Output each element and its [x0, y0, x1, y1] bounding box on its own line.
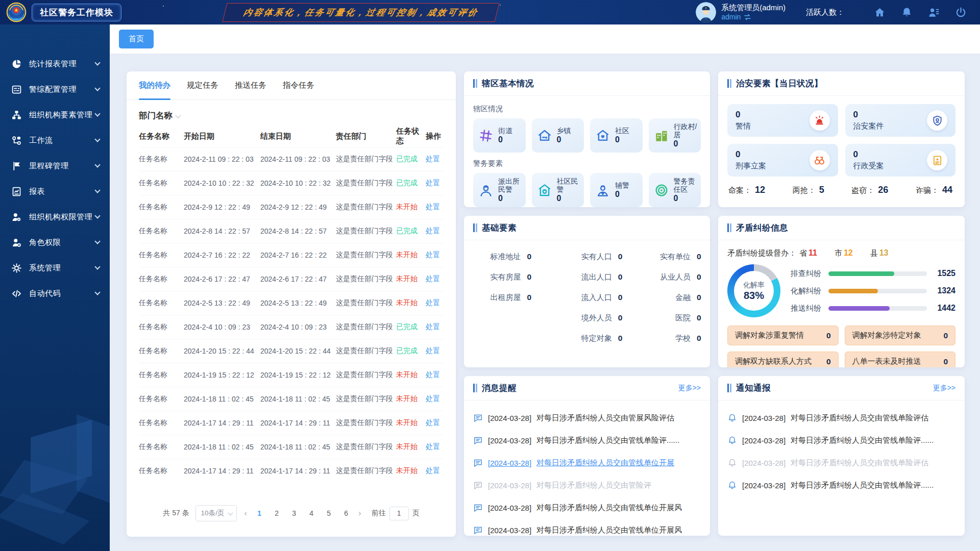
message-item[interactable]: [2024-03-28] 对每日涉矛盾纠纷人员交由管展风险评估: [473, 407, 701, 429]
sidebar-item[interactable]: 自动代码: [0, 281, 110, 306]
sidebar-item[interactable]: 报表: [0, 179, 110, 204]
sidebar-item[interactable]: 角色权限: [0, 230, 110, 255]
stat-value: 0: [618, 252, 624, 261]
page-number[interactable]: 4: [306, 509, 316, 517]
table-row: 任务名称 2024-2-8 14 : 22 : 57 2024-2-8 14 :…: [139, 219, 444, 243]
notice-text: 对每日涉矛盾纠纷人员交由管线单险评估: [791, 413, 928, 423]
task-tab[interactable]: 规定任务: [187, 71, 218, 99]
table-header-row: 任务名称 开始日期 结束日期 责任部门 任务状态 操作: [139, 126, 444, 147]
basic-col-3: 实有单位 0 从业人员 0 金融 0: [631, 246, 710, 348]
user-avatar[interactable]: [696, 2, 716, 22]
tab-home[interactable]: 首页: [119, 30, 154, 48]
power-icon[interactable]: [955, 7, 967, 18]
handle-link[interactable]: 处置: [426, 322, 444, 332]
iso-shape: [77, 414, 110, 509]
status-badge: 已完成: [396, 155, 426, 164]
page-number[interactable]: 6: [341, 509, 351, 517]
sidebar-item[interactable]: 警综配置管理: [0, 77, 110, 102]
handle-link[interactable]: 处置: [426, 418, 444, 428]
prev-page-arrow[interactable]: ‹: [243, 508, 248, 518]
message-item[interactable]: [2024-03-28] 对每日涉矛盾纠纷人员交由管险评: [473, 474, 701, 496]
handle-link[interactable]: 处置: [426, 155, 444, 164]
message-date: [2024-03-28]: [488, 414, 531, 422]
handle-link[interactable]: 处置: [426, 227, 444, 236]
pie-chart-icon: [11, 59, 22, 69]
task-tab[interactable]: 指令任务: [283, 71, 314, 99]
stat-item: 金融 0: [631, 287, 710, 308]
sidebar-item[interactable]: 组织机构权限管理: [0, 204, 110, 230]
message-text: 对每日涉矛盾纠纷人员交由管险评: [536, 481, 651, 490]
comment-icon: [473, 525, 483, 535]
logo-area: 社区警务工作模块: [0, 2, 168, 22]
panel-title: 消息提醒: [482, 383, 517, 394]
page-number[interactable]: 2: [272, 509, 282, 517]
message-item[interactable]: [2024-03-28] 对每日涉矛盾纠纷人员交由管线单位开展: [473, 452, 701, 474]
user-list-icon[interactable]: [928, 7, 940, 18]
handle-link[interactable]: 处置: [426, 203, 444, 212]
notice-item[interactable]: [2024-03-28] 对每日涉矛盾纠纷人员交由管线单险评......: [727, 474, 955, 496]
security-card-label: 警情: [736, 121, 751, 131]
sidebar-item[interactable]: 组织机构要素管理: [0, 102, 110, 128]
next-page-arrow[interactable]: ›: [357, 508, 362, 518]
sidebar-item[interactable]: 里程碑管理: [0, 153, 110, 179]
more-link[interactable]: 更多>>: [933, 384, 955, 393]
page-number[interactable]: 3: [289, 509, 299, 517]
message-item[interactable]: [2024-03-28] 对每日涉矛盾纠纷人员交由管线单险评......: [473, 429, 701, 452]
status-badge: 已完成: [396, 346, 426, 356]
goto-page-input[interactable]: [389, 507, 409, 520]
stat-item: 标准地址 0: [464, 246, 540, 267]
handle-link[interactable]: 处置: [426, 346, 444, 356]
handle-link[interactable]: 处置: [426, 442, 444, 452]
sidebar-item[interactable]: 工作流: [0, 128, 110, 153]
sidebar-item[interactable]: 统计报表管理: [0, 51, 110, 77]
home-icon[interactable]: [874, 7, 886, 18]
bell-outline-icon: [727, 481, 737, 490]
handle-link[interactable]: 处置: [426, 274, 444, 284]
more-link[interactable]: 更多>>: [678, 384, 701, 393]
table-row: 任务名称 2024-1-18 11 : 02 : 45 2024-1-18 11…: [139, 435, 444, 459]
middle-column: 辖区基本情况 辖区情况 街道 0: [464, 71, 710, 551]
message-item[interactable]: [2024-03-28] 对每日涉矛盾纠纷人员交由管线单位开展风: [473, 519, 701, 536]
basic-col-2: 实有人口 0 流出人口 0 流入人口 0: [540, 246, 631, 348]
basic-col-1: 标准地址 0 实有房屋 0 出租房屋 0: [464, 246, 540, 348]
donut-value: 83%: [744, 290, 764, 302]
security-cards: 0 警情 0 治安案件: [727, 102, 955, 177]
org-tree-icon: [11, 110, 22, 120]
page-number[interactable]: 5: [324, 509, 334, 517]
bell-icon[interactable]: [901, 7, 913, 18]
dept-cell: 这是责任部门字段: [336, 466, 396, 475]
switch-account[interactable]: admin: [721, 13, 786, 22]
task-tab[interactable]: 推送任务: [235, 71, 266, 99]
panel-header: 矛盾纠纷信息: [718, 216, 965, 240]
handle-link[interactable]: 处置: [426, 394, 444, 404]
config-panel-icon: [11, 84, 22, 95]
handle-link[interactable]: 处置: [426, 298, 444, 308]
col-header: 任务状态: [396, 127, 426, 146]
alert-box: 调解对象涉特定对象 0: [845, 325, 956, 345]
header-right: 系统管理员(admin) admin 活跃人数：: [696, 2, 980, 22]
donut-center: 化解率 83%: [734, 271, 774, 311]
sidebar-item-label: 组织机构要素管理: [29, 110, 95, 120]
handle-link[interactable]: 处置: [426, 370, 444, 380]
status-badge: 未开始: [396, 466, 426, 475]
handle-link[interactable]: 处置: [426, 251, 444, 260]
stat-tile: 社区民警 0: [532, 173, 584, 207]
notice-item[interactable]: [2024-03-28] 对每日涉矛盾纠纷人员交由管线单险评估: [727, 407, 955, 429]
alert-box: 八单一表未及时推送 0: [845, 352, 956, 367]
notice-item[interactable]: [2024-03-28] 对每日涉矛盾纠纷人员交由管线单险评估: [727, 452, 955, 474]
end-date-cell: 2024-2-8 14 : 22 : 57: [260, 227, 336, 235]
message-item[interactable]: [2024-03-28] 对每日涉矛盾纠纷人员交由管线单位开展风: [473, 496, 701, 519]
end-date-cell: 2024-1-18 11 : 02 : 45: [260, 443, 336, 451]
task-tab[interactable]: 我的待办: [139, 71, 170, 99]
resolution-donut: 化解率 83%: [727, 264, 780, 317]
col-header: 任务名称: [139, 132, 184, 141]
sidebar-item[interactable]: 系统管理: [0, 255, 110, 281]
page-size-select[interactable]: 10条/页: [195, 505, 237, 521]
start-date-cell: 2024-2-5 13 : 22 : 49: [184, 299, 260, 307]
notice-item[interactable]: [2024-03-28] 对每日涉矛盾纠纷人员交由管线单险评......: [727, 429, 955, 452]
page-number[interactable]: 1: [254, 509, 264, 517]
handle-link[interactable]: 处置: [426, 179, 444, 188]
department-filter[interactable]: 部门名称: [127, 100, 456, 126]
handle-link[interactable]: 处置: [426, 466, 444, 475]
status-badge: 未开始: [396, 394, 426, 404]
